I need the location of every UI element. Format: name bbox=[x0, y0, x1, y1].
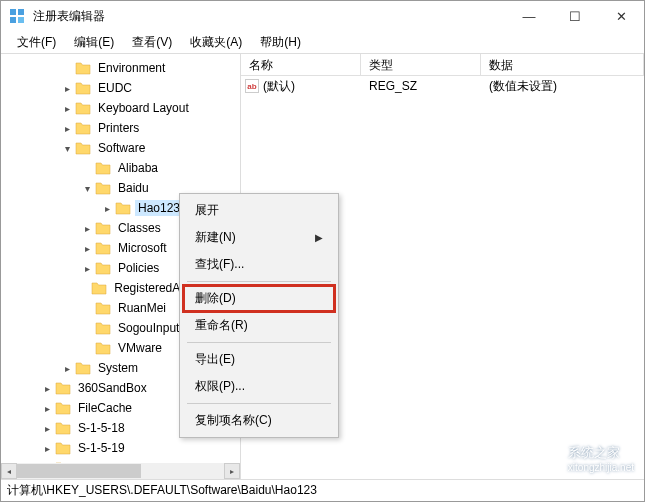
tree-toggle[interactable]: ▸ bbox=[81, 222, 93, 234]
scroll-right-button[interactable]: ▸ bbox=[224, 463, 240, 479]
close-button[interactable]: ✕ bbox=[598, 1, 644, 31]
ctx-find[interactable]: 查找(F)... bbox=[183, 251, 335, 278]
watermark-url: xitongzhijia.net bbox=[568, 462, 634, 473]
tree-toggle[interactable]: ▸ bbox=[41, 382, 53, 394]
ctx-rename[interactable]: 重命名(R) bbox=[183, 312, 335, 339]
ctx-permissions[interactable]: 权限(P)... bbox=[183, 373, 335, 400]
menu-edit[interactable]: 编辑(E) bbox=[66, 32, 122, 53]
tree-toggle[interactable]: ▸ bbox=[61, 82, 73, 94]
menu-favorites[interactable]: 收藏夹(A) bbox=[182, 32, 250, 53]
list-header: 名称 类型 数据 bbox=[241, 54, 644, 76]
folder-icon bbox=[95, 261, 111, 275]
column-type[interactable]: 类型 bbox=[361, 54, 481, 75]
tree-toggle[interactable]: ▸ bbox=[81, 242, 93, 254]
ctx-separator bbox=[187, 342, 331, 343]
column-data[interactable]: 数据 bbox=[481, 54, 644, 75]
folder-icon bbox=[91, 281, 107, 295]
tree-toggle[interactable]: ▸ bbox=[61, 362, 73, 374]
tree-toggle[interactable]: ▸ bbox=[101, 202, 113, 214]
folder-icon bbox=[95, 161, 111, 175]
ctx-separator bbox=[187, 281, 331, 282]
tree-item-s1519[interactable]: ▸S-1-5-19 bbox=[1, 438, 240, 458]
menu-view[interactable]: 查看(V) bbox=[124, 32, 180, 53]
scroll-left-button[interactable]: ◂ bbox=[1, 463, 17, 479]
list-item-default[interactable]: ab (默认) REG_SZ (数值未设置) bbox=[241, 76, 644, 96]
window-title: 注册表编辑器 bbox=[33, 8, 506, 25]
tree-toggle[interactable]: ▸ bbox=[81, 262, 93, 274]
tree-item-software[interactable]: ▾Software bbox=[1, 138, 240, 158]
folder-icon bbox=[55, 401, 71, 415]
value-data: (数值未设置) bbox=[481, 78, 644, 95]
status-path: 计算机\HKEY_USERS\.DEFAULT\Software\Baidu\H… bbox=[7, 482, 317, 499]
scroll-thumb[interactable] bbox=[17, 464, 141, 478]
tree-toggle[interactable]: ▸ bbox=[61, 102, 73, 114]
ctx-separator bbox=[187, 403, 331, 404]
folder-icon bbox=[95, 241, 111, 255]
folder-icon bbox=[95, 301, 111, 315]
tree-toggle[interactable]: ▾ bbox=[81, 182, 93, 194]
tree-item-eudc[interactable]: ▸EUDC bbox=[1, 78, 240, 98]
folder-icon bbox=[75, 121, 91, 135]
folder-icon bbox=[115, 201, 131, 215]
watermark-house-icon bbox=[522, 443, 562, 473]
folder-icon bbox=[75, 61, 91, 75]
folder-icon bbox=[75, 361, 91, 375]
scroll-track[interactable] bbox=[17, 463, 224, 479]
minimize-button[interactable]: — bbox=[506, 1, 552, 31]
column-name[interactable]: 名称 bbox=[241, 54, 361, 75]
folder-icon bbox=[95, 341, 111, 355]
value-name: (默认) bbox=[263, 78, 295, 95]
svg-rect-0 bbox=[10, 9, 16, 15]
maximize-button[interactable]: ☐ bbox=[552, 1, 598, 31]
folder-icon bbox=[55, 441, 71, 455]
tree-toggle[interactable]: ▸ bbox=[61, 122, 73, 134]
svg-rect-2 bbox=[10, 17, 16, 23]
svg-rect-3 bbox=[18, 17, 24, 23]
statusbar: 计算机\HKEY_USERS\.DEFAULT\Software\Baidu\H… bbox=[1, 479, 644, 501]
tree-hscrollbar[interactable]: ◂ ▸ bbox=[1, 463, 240, 479]
ctx-new[interactable]: 新建(N)▶ bbox=[183, 224, 335, 251]
folder-icon bbox=[75, 101, 91, 115]
watermark: 系统之家 xitongzhijia.net bbox=[522, 443, 634, 473]
context-menu: 展开 新建(N)▶ 查找(F)... 删除(D) 重命名(R) 导出(E) 权限… bbox=[179, 193, 339, 438]
regedit-icon bbox=[9, 8, 25, 24]
window-controls: — ☐ ✕ bbox=[506, 1, 644, 31]
menu-help[interactable]: 帮助(H) bbox=[252, 32, 309, 53]
tree-toggle[interactable]: ▸ bbox=[41, 422, 53, 434]
tree-item-alibaba[interactable]: ▸Alibaba bbox=[1, 158, 240, 178]
tree-toggle[interactable]: ▸ bbox=[41, 402, 53, 414]
ctx-export[interactable]: 导出(E) bbox=[183, 346, 335, 373]
ctx-expand[interactable]: 展开 bbox=[183, 197, 335, 224]
folder-icon bbox=[55, 381, 71, 395]
ctx-copy-key-name[interactable]: 复制项名称(C) bbox=[183, 407, 335, 434]
value-type: REG_SZ bbox=[361, 79, 481, 93]
string-value-icon: ab bbox=[245, 79, 259, 93]
tree-item-printers[interactable]: ▸Printers bbox=[1, 118, 240, 138]
folder-icon bbox=[95, 321, 111, 335]
folder-icon bbox=[75, 141, 91, 155]
menu-file[interactable]: 文件(F) bbox=[9, 32, 64, 53]
tree-toggle[interactable]: ▸ bbox=[41, 442, 53, 454]
tree-item-environment[interactable]: ▸Environment bbox=[1, 58, 240, 78]
svg-rect-1 bbox=[18, 9, 24, 15]
tree-toggle[interactable]: ▾ bbox=[61, 142, 73, 154]
titlebar: 注册表编辑器 — ☐ ✕ bbox=[1, 1, 644, 31]
folder-icon bbox=[75, 81, 91, 95]
submenu-arrow-icon: ▶ bbox=[315, 232, 323, 243]
folder-icon bbox=[95, 221, 111, 235]
menubar: 文件(F) 编辑(E) 查看(V) 收藏夹(A) 帮助(H) bbox=[1, 31, 644, 53]
watermark-name: 系统之家 bbox=[568, 444, 634, 462]
ctx-delete[interactable]: 删除(D) bbox=[183, 285, 335, 312]
tree-item-keyboard-layout[interactable]: ▸Keyboard Layout bbox=[1, 98, 240, 118]
folder-icon bbox=[55, 421, 71, 435]
folder-icon bbox=[95, 181, 111, 195]
